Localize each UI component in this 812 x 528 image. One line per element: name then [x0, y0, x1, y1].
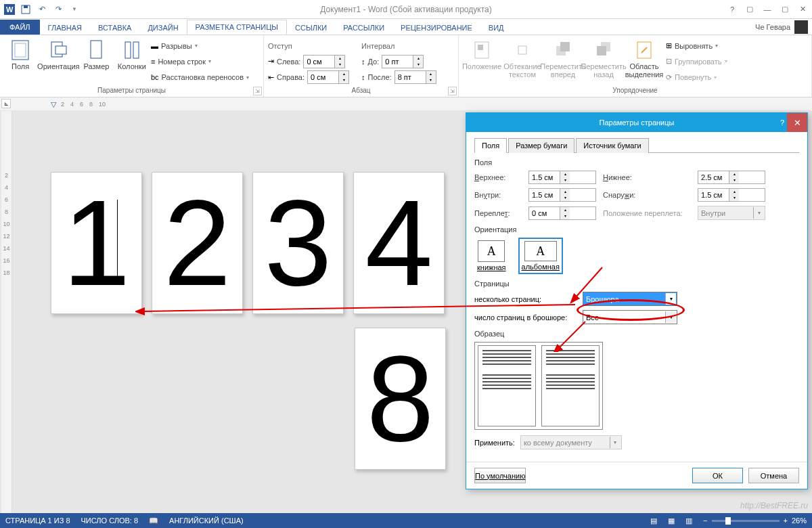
status-word-count[interactable]: ЧИСЛО СЛОВ: 8	[81, 516, 139, 525]
dialog-tab-margins[interactable]: Поля	[474, 138, 507, 153]
default-button[interactable]: По умолчанию	[474, 468, 526, 483]
group-button[interactable]: ⊡Группировать▾	[666, 54, 740, 69]
outside-margin-label: Снаружи:	[603, 191, 691, 199]
rotate-icon: ⟳	[666, 73, 672, 82]
tab-page-layout[interactable]: РАЗМЕТКА СТРАНИЦЫ	[187, 20, 287, 35]
bottom-margin-input[interactable]: ▴▾	[698, 171, 765, 184]
svg-rect-10	[133, 42, 139, 58]
hyphenation-icon: bс	[151, 73, 159, 81]
page-setup-dialog: Параметры страницы ? ✕ Поля Размер бумаг…	[466, 112, 808, 489]
vertical-ruler[interactable]: 2 4 6 8 10 12 14 16 18	[1, 111, 12, 513]
indent-right-icon: ⇤	[268, 73, 274, 82]
align-icon: ⊞	[666, 41, 672, 50]
tab-review[interactable]: РЕЦЕНЗИРОВАНИЕ	[392, 21, 480, 35]
tab-home[interactable]: ГЛАВНАЯ	[40, 21, 90, 35]
indent-right-input[interactable]: ▴▾	[307, 70, 349, 84]
page-setup-launcher[interactable]: ⇲	[253, 87, 262, 95]
spacing-before-icon: ↕	[361, 58, 365, 66]
spacing-before-input[interactable]: ▴▾	[382, 55, 424, 68]
zoom-control[interactable]: − + 26%	[703, 516, 807, 525]
booklet-sheets-combo[interactable]: Все▾	[583, 310, 677, 324]
view-web-layout-icon[interactable]: ▥	[685, 516, 692, 525]
cancel-button[interactable]: Отмена	[748, 468, 799, 483]
bring-forward-button[interactable]: Переместить вперед	[544, 38, 582, 85]
line-numbers-button[interactable]: ≡Номера строк▾	[151, 54, 259, 69]
hyphenation-button[interactable]: bсРасстановка переносов▾	[151, 70, 259, 85]
top-margin-input[interactable]: ▴▾	[528, 171, 596, 184]
position-button[interactable]: Положение	[463, 38, 501, 85]
tab-references[interactable]: ССЫЛКИ	[287, 21, 335, 35]
save-icon[interactable]	[19, 3, 32, 16]
dialog-tab-paper[interactable]: Размер бумаги	[508, 138, 574, 153]
page-3[interactable]: 3	[252, 172, 344, 314]
view-print-layout-icon[interactable]: ▦	[668, 516, 675, 525]
user-name: Че Гевара	[755, 23, 790, 31]
close-icon[interactable]: ✕	[794, 3, 811, 16]
status-page[interactable]: СТРАНИЦА 1 ИЗ 8	[5, 516, 70, 525]
ruler-corner[interactable]: ⊾	[1, 99, 11, 108]
orientation-landscape[interactable]: Aальбомная	[518, 238, 563, 274]
paragraph-launcher[interactable]: ⇲	[448, 87, 457, 95]
size-button[interactable]: Размер	[80, 38, 112, 85]
minimize-icon[interactable]: —	[759, 3, 775, 16]
zoom-out-icon[interactable]: −	[703, 516, 707, 525]
outside-margin-input[interactable]: ▴▾	[698, 188, 765, 202]
spacing-after-input[interactable]: ▴▾	[394, 70, 436, 84]
dialog-tab-source[interactable]: Источник бумаги	[576, 138, 648, 153]
send-backward-button[interactable]: Переместить назад	[585, 38, 623, 85]
dialog-titlebar[interactable]: Параметры страницы ? ✕	[466, 113, 807, 132]
group-arrange: Положение Обтекание текстом Переместить …	[459, 35, 812, 97]
wrap-text-button[interactable]: Обтекание текстом	[503, 38, 541, 85]
page-2[interactable]: 2	[152, 172, 243, 314]
spacing-after-icon: ↕	[361, 73, 365, 81]
group-page-setup: Поля Ориентация Размер Колонки ▬Разрывы▾…	[0, 35, 264, 97]
selection-pane-button[interactable]: Область выделения	[625, 38, 663, 85]
status-proofing-icon[interactable]: 📖	[149, 516, 158, 525]
horizontal-ruler[interactable]: ▽ 2 4 6 8 10	[51, 99, 111, 110]
svg-rect-13	[518, 46, 526, 54]
svg-rect-8	[91, 41, 102, 58]
multi-pages-combo[interactable]: Брошюра▾	[583, 292, 677, 306]
page-8[interactable]: 8	[355, 328, 446, 470]
zoom-slider[interactable]	[712, 520, 780, 522]
tab-file[interactable]: ФАЙЛ	[0, 20, 40, 35]
inside-margin-input[interactable]: ▴▾	[528, 188, 596, 202]
align-button[interactable]: ⊞Выровнять▾	[666, 39, 740, 53]
apply-to-combo[interactable]: ко всему документу▾	[520, 435, 622, 449]
maximize-icon[interactable]: ▢	[777, 3, 793, 16]
inside-margin-label: Внутри:	[474, 191, 522, 199]
user-account[interactable]: Че Гевара	[755, 20, 808, 34]
help-icon[interactable]: ?	[724, 3, 740, 16]
status-language[interactable]: АНГЛИЙСКИЙ (США)	[169, 516, 244, 525]
preview-box	[474, 342, 603, 430]
ok-button[interactable]: ОК	[692, 468, 743, 483]
columns-button[interactable]: Колонки	[116, 38, 148, 85]
tab-mailings[interactable]: РАССЫЛКИ	[335, 21, 392, 35]
orientation-button[interactable]: Ориентация	[39, 38, 77, 85]
zoom-level[interactable]: 26%	[792, 516, 807, 525]
view-read-mode-icon[interactable]: ▤	[650, 516, 657, 525]
qat-dropdown-icon[interactable]: ▼	[68, 3, 81, 16]
word-icon: W	[3, 3, 16, 16]
pages-section-title: Страницы	[474, 280, 799, 288]
breaks-button[interactable]: ▬Разрывы▾	[151, 39, 259, 53]
orientation-portrait[interactable]: Aкнижная	[474, 238, 509, 274]
indent-left-input[interactable]: ▴▾	[303, 55, 345, 68]
gutter-input[interactable]: ▴▾	[528, 206, 596, 220]
tab-view[interactable]: ВИД	[480, 21, 512, 35]
dialog-close-icon[interactable]: ✕	[787, 113, 807, 132]
dialog-tabs: Поля Размер бумаги Источник бумаги	[474, 137, 799, 153]
dialog-help-icon[interactable]: ?	[780, 118, 784, 127]
svg-rect-7	[55, 46, 66, 54]
rotate-button[interactable]: ⟳Повернуть▾	[666, 70, 740, 85]
margins-button[interactable]: Поля	[4, 38, 37, 85]
tab-insert[interactable]: ВСТАВКА	[90, 21, 139, 35]
tab-design[interactable]: ДИЗАЙН	[139, 21, 186, 35]
page-1[interactable]: 1	[51, 172, 142, 314]
undo-icon[interactable]: ↶	[35, 3, 49, 16]
page-4[interactable]: 4	[353, 172, 445, 314]
ribbon-options-icon[interactable]: ▢	[742, 3, 758, 16]
redo-icon[interactable]: ↷	[51, 3, 65, 16]
svg-rect-17	[597, 46, 606, 56]
zoom-in-icon[interactable]: +	[784, 516, 788, 525]
